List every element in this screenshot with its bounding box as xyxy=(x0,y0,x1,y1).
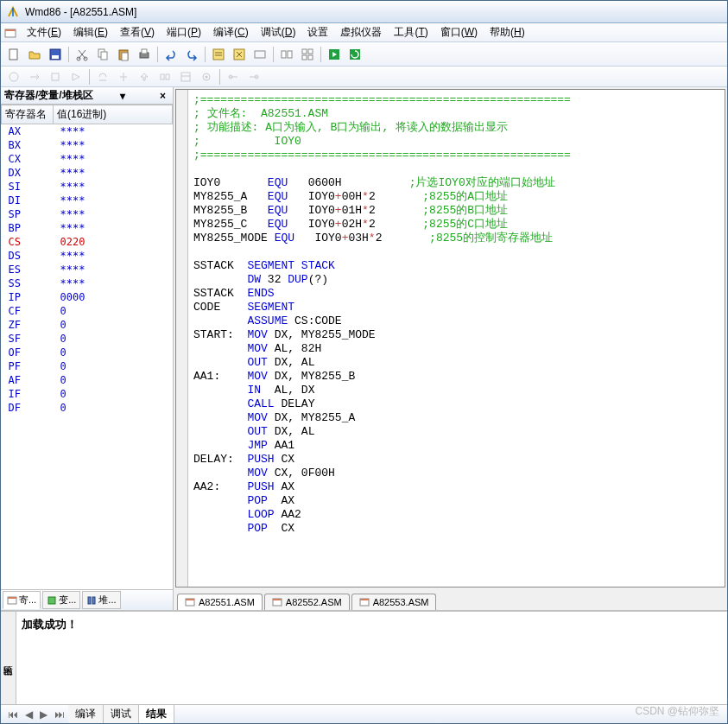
tool-button-5[interactable] xyxy=(300,47,315,62)
bottom-tab[interactable]: 编译 xyxy=(68,705,104,723)
redo-button[interactable] xyxy=(184,47,199,62)
debug-btn-4 xyxy=(68,69,84,85)
register-value: **** xyxy=(54,138,173,152)
code-editor[interactable]: ;=======================================… xyxy=(188,90,725,587)
left-tab[interactable]: 寄... xyxy=(3,591,41,609)
register-row[interactable]: SP**** xyxy=(2,207,173,221)
col-register-value[interactable]: 值(16进制) xyxy=(54,105,173,124)
debug-btn-5 xyxy=(95,69,111,85)
tab-nav-first[interactable]: ⏮ xyxy=(4,708,22,721)
left-tab[interactable]: 变... xyxy=(42,591,80,609)
register-row[interactable]: IP0000 xyxy=(2,290,173,304)
register-value: 0 xyxy=(54,332,173,346)
register-row[interactable]: AF0 xyxy=(2,373,173,387)
tool-button-1[interactable] xyxy=(211,47,226,62)
tab-label: 变... xyxy=(59,594,76,607)
tool-button-4[interactable] xyxy=(279,47,294,62)
tab-nav-next[interactable]: ▶ xyxy=(36,708,51,721)
register-name: BX xyxy=(2,138,54,152)
register-value: 0 xyxy=(54,373,173,387)
register-table[interactable]: 寄存器名 值(16进制) AX****BX****CX****DX****SI*… xyxy=(1,105,173,589)
panel-dropdown-icon[interactable]: ▾ xyxy=(120,90,125,102)
file-tab[interactable]: A82553.ASM xyxy=(351,594,437,610)
file-icon xyxy=(359,597,370,607)
print-button[interactable] xyxy=(136,47,152,62)
open-file-button[interactable] xyxy=(27,47,42,62)
paste-button[interactable] xyxy=(116,47,131,62)
svg-rect-37 xyxy=(92,597,95,604)
register-row[interactable]: OF0 xyxy=(2,346,173,359)
bottom-tab[interactable]: 调试 xyxy=(104,705,139,723)
tab-icon xyxy=(86,595,97,606)
file-tab-label: A82553.ASM xyxy=(373,597,429,607)
copy-button[interactable] xyxy=(95,47,111,62)
register-row[interactable]: DS**** xyxy=(2,249,173,263)
menu-item[interactable]: 文件(E) xyxy=(22,23,66,41)
register-row[interactable]: SS**** xyxy=(2,276,173,290)
save-button[interactable] xyxy=(47,47,63,62)
menu-item[interactable]: 工具(T) xyxy=(389,23,433,41)
register-name: DI xyxy=(2,194,54,207)
reset-button[interactable] xyxy=(347,47,363,62)
tab-nav-last[interactable]: ⏭ xyxy=(51,708,68,721)
run-button[interactable] xyxy=(326,47,342,62)
menu-item[interactable]: 调试(D) xyxy=(256,23,301,41)
debug-btn-9 xyxy=(178,69,193,85)
bottom-tab[interactable]: 结果 xyxy=(139,705,174,723)
register-value: **** xyxy=(54,180,173,194)
register-name: CX xyxy=(2,152,54,166)
undo-button[interactable] xyxy=(163,47,179,62)
register-row[interactable]: PF0 xyxy=(2,359,173,373)
register-name: DS xyxy=(2,249,54,263)
register-row[interactable]: BX**** xyxy=(2,138,173,152)
register-row[interactable]: AX**** xyxy=(2,124,173,139)
tool-button-3[interactable] xyxy=(252,47,268,62)
register-row[interactable]: BP**** xyxy=(2,221,173,235)
svg-rect-43 xyxy=(360,599,369,600)
register-value: **** xyxy=(54,194,173,207)
register-row[interactable]: CX**** xyxy=(2,152,173,166)
col-register-name[interactable]: 寄存器名 xyxy=(2,105,54,124)
register-row[interactable]: ES**** xyxy=(2,263,173,276)
debug-btn-8 xyxy=(157,69,173,85)
menu-item[interactable]: 端口(P) xyxy=(161,23,206,41)
separator xyxy=(320,47,321,62)
register-row[interactable]: SF0 xyxy=(2,332,173,346)
debug-btn-3 xyxy=(47,69,63,85)
register-value: 0 xyxy=(54,304,173,318)
register-row[interactable]: DX**** xyxy=(2,166,173,180)
register-row[interactable]: DF0 xyxy=(2,401,173,415)
output-text: 加载成功！ xyxy=(16,612,727,704)
svg-rect-8 xyxy=(101,52,107,60)
menu-item[interactable]: 帮助(H) xyxy=(484,23,530,41)
output-vertical-tab[interactable]: 输出区 xyxy=(1,612,16,704)
menu-item[interactable]: 虚拟仪器 xyxy=(335,23,387,41)
tool-button-2[interactable] xyxy=(231,47,247,62)
register-name: ZF xyxy=(2,318,54,332)
register-row[interactable]: CF0 xyxy=(2,304,173,318)
cut-button[interactable] xyxy=(74,47,90,62)
menu-item[interactable]: 编译(C) xyxy=(208,23,254,41)
register-value: **** xyxy=(54,124,173,139)
file-tab-label: A82551.ASM xyxy=(199,597,255,607)
register-row[interactable]: SI**** xyxy=(2,180,173,194)
left-tab[interactable]: 堆... xyxy=(82,591,120,609)
new-file-button[interactable] xyxy=(6,47,22,62)
svg-rect-36 xyxy=(88,597,91,604)
register-row[interactable]: ZF0 xyxy=(2,318,173,332)
menu-item[interactable]: 设置 xyxy=(302,23,333,41)
file-tab[interactable]: A82551.ASM xyxy=(177,594,263,610)
panel-close-button[interactable]: × xyxy=(156,90,169,102)
menu-item[interactable]: 查看(V) xyxy=(115,23,160,41)
register-row[interactable]: DI**** xyxy=(2,194,173,207)
menu-item[interactable]: 编辑(E) xyxy=(68,23,113,41)
menu-item[interactable]: 窗口(W) xyxy=(435,23,483,41)
file-tab[interactable]: A82552.ASM xyxy=(264,594,350,610)
register-value: **** xyxy=(54,276,173,290)
tab-nav-prev[interactable]: ◀ xyxy=(22,708,36,721)
register-value: **** xyxy=(54,221,173,235)
register-value: 0 xyxy=(54,346,173,359)
svg-rect-2 xyxy=(9,49,17,60)
register-row[interactable]: CS0220 xyxy=(2,235,173,249)
register-row[interactable]: IF0 xyxy=(2,387,173,401)
